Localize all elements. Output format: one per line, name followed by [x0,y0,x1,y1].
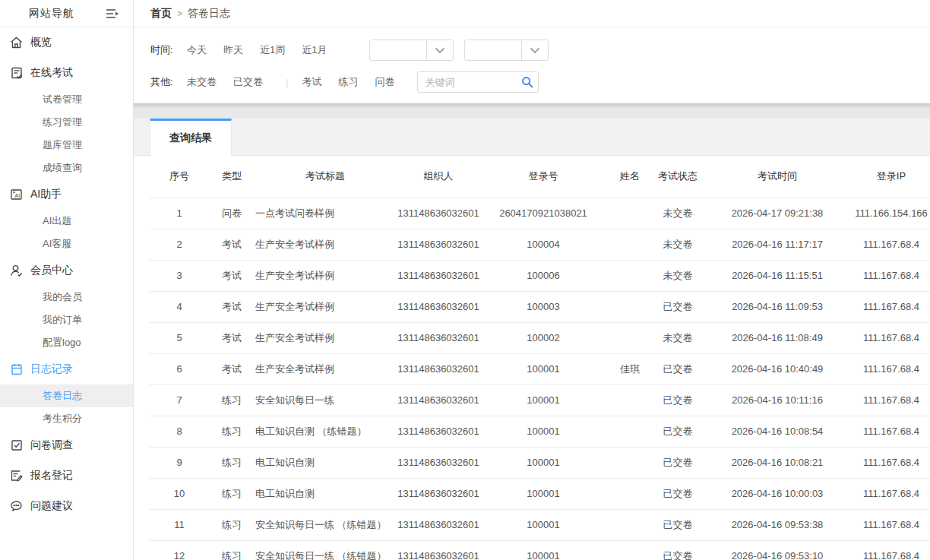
other-filter-label: 其他: [150,75,187,89]
sidebar-item-label: 答卷日志 [43,389,82,403]
cell-exam-status: 已交卷 [653,540,702,560]
cell-type: 考试 [210,260,254,291]
search-icon[interactable] [517,76,538,88]
breadcrumb: 首页 > 答卷日志 [134,0,930,27]
sidebar-item-question-bank-mgmt[interactable]: 题库管理 [0,134,133,157]
filter-select-1[interactable] [369,40,454,61]
cell-exam-status: 已交卷 [653,478,702,509]
status-option-submitted[interactable]: 已交卷 [233,75,263,89]
cell-login-id: 100001 [480,509,606,540]
cell-exam-title: 电工知识自测 （练错题） [254,416,397,447]
cell-exam-time: 2026-04-16 09:53:10 [702,540,852,560]
sidebar-item-label: 问卷调查 [30,438,73,452]
time-option-last-month[interactable]: 近1月 [302,43,327,57]
cell-exam-title: 生产安全考试样例 [254,291,397,322]
time-option-yesterday[interactable]: 昨天 [223,43,243,57]
col-header-name: 姓名 [606,156,653,198]
sidebar-item-ai-assistant[interactable]: AIAI助手 [0,179,133,210]
col-header-login-ip: 登录IP [852,156,930,198]
col-header-type: 类型 [210,156,254,198]
cell-exam-time: 2026-04-16 11:08:49 [702,322,852,353]
sidebar-item-examinee-points[interactable]: 考生积分 [0,407,133,430]
time-option-last-week[interactable]: 近1周 [260,43,285,57]
status-option-unsubmitted[interactable]: 未交卷 [187,75,217,89]
cell-index: 1 [149,198,210,229]
sidebar-item-ai-service[interactable]: AI客服 [0,233,133,255]
cell-exam-time: 2026-04-16 10:40:49 [702,353,852,384]
sidebar-item-overview[interactable]: 概览 [0,27,133,58]
cell-organizer: 131148636032601 [397,509,480,540]
sidebar-item-member-center[interactable]: 会员中心 [0,255,133,286]
sidebar-item-score-query[interactable]: 成绩查询 [0,157,133,179]
sidebar-item-feedback[interactable]: 问题建议 [0,491,133,521]
sidebar-item-paper-mgmt[interactable]: 试卷管理 [0,88,133,111]
date-selects [369,40,549,61]
cell-organizer: 131148636032601 [397,447,480,478]
cell-organizer: 131148636032601 [397,198,480,229]
table-row: 3考试生产安全考试样例131148636032601100006未交卷2026-… [149,260,930,291]
survey-icon [10,439,23,452]
cell-exam-status: 未交卷 [653,198,702,229]
sidebar-item-registration[interactable]: 报名登记 [0,460,133,491]
cell-login-id: 100001 [480,353,606,384]
cell-type: 考试 [210,322,254,353]
section-divider [134,103,930,119]
sidebar-item-online-exam[interactable]: 在线考试 [0,58,133,88]
sidebar-item-label: 问题建议 [30,499,73,513]
sidebar-item-answer-log[interactable]: 答卷日志 [0,384,133,407]
cell-index: 3 [149,260,210,291]
keyword-search-input[interactable] [418,77,517,88]
home-icon [10,36,23,49]
cell-name [606,260,653,291]
cell-index: 7 [149,384,210,416]
table-header-row: 序号类型考试标题组织人登录号姓名考试状态考试时间登录IP [149,156,930,198]
sidebar-item-my-members[interactable]: 我的会员 [0,286,133,308]
tab-query-results[interactable]: 查询结果 [150,119,232,156]
type-option-exam[interactable]: 考试 [302,75,321,89]
cell-login-id: 100001 [480,478,606,509]
cell-exam-time: 2026-04-16 10:00:03 [702,478,852,509]
sidebar-item-ai-question[interactable]: AI出题 [0,210,133,233]
table-row: 10练习电工知识自测131148636032601100001已交卷2026-0… [149,478,930,509]
sidebar-nav: 概览在线考试试卷管理练习管理题库管理成绩查询AIAI助手AI出题AI客服会员中心… [0,27,133,521]
cell-exam-status: 已交卷 [653,384,702,416]
main-content: 首页 > 答卷日志 时间: 今天 昨天 近1周 近1月 [134,0,930,560]
collapse-menu-icon[interactable] [106,8,119,19]
app-window: 网站导航 概览在线考试试卷管理练习管理题库管理成绩查询AIAI助手AI出题AI客… [0,0,930,560]
cell-organizer: 131148636032601 [397,229,480,260]
cell-type: 练习 [210,416,254,447]
sidebar-item-practice-mgmt[interactable]: 练习管理 [0,111,133,134]
cell-exam-time: 2026-04-16 11:17:17 [702,229,852,260]
time-option-today[interactable]: 今天 [187,43,207,57]
cell-index: 2 [149,229,210,260]
sidebar-item-log-records[interactable]: 日志记录 [0,354,133,384]
filter-select-2[interactable] [464,40,549,61]
exam-doc-icon [10,67,23,80]
sidebar-item-label: AI客服 [43,237,71,251]
sidebar-item-label: AI出题 [43,214,71,228]
cell-type: 练习 [210,384,254,416]
col-header-exam-status: 考试状态 [653,156,702,198]
cell-login-ip: 111.167.68.4 [852,384,930,416]
cell-name [606,509,653,540]
type-option-practice[interactable]: 练习 [338,75,358,89]
cell-exam-status: 已交卷 [653,509,702,540]
sidebar-item-logo-config[interactable]: 配置logo [0,331,133,354]
cell-organizer: 131148636032601 [397,478,480,509]
table-row: 12练习安全知识每日一练 （练错题）131148636032601100001已… [149,540,930,560]
cell-name [606,291,653,322]
ai-icon: AI [10,188,23,201]
cell-login-ip: 111.167.68.4 [852,447,930,478]
cell-type: 练习 [210,447,254,478]
sidebar-item-questionnaire[interactable]: 问卷调查 [0,430,133,460]
breadcrumb-home-link[interactable]: 首页 [150,7,172,21]
results-table-wrap: 序号类型考试标题组织人登录号姓名考试状态考试时间登录IP 1问卷一点考试问卷样例… [134,156,930,560]
cell-exam-time: 2026-04-17 09:21:38 [702,198,852,229]
sidebar-item-my-orders[interactable]: 我的订单 [0,308,133,331]
type-option-survey[interactable]: 问卷 [375,75,394,89]
cell-exam-status: 未交卷 [653,322,702,353]
cell-login-ip: 111.166.154.166 [852,198,930,229]
sidebar-item-label: 会员中心 [30,264,73,277]
cell-login-ip: 111.167.68.4 [852,291,930,322]
sidebar-item-label: 配置logo [43,336,81,350]
